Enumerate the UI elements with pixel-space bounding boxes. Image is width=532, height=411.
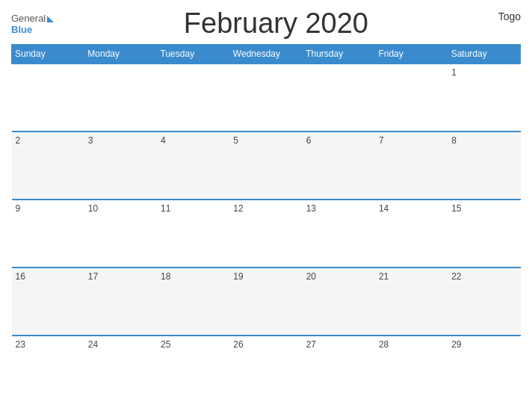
logo-blue-text: Blue	[11, 24, 32, 35]
week-row-1: 1	[12, 64, 521, 132]
day-number: 25	[161, 339, 226, 350]
day-number: 11	[161, 203, 226, 214]
logo-general-text: General	[11, 13, 46, 24]
day-cell: 11	[157, 200, 229, 268]
day-cell: 8	[448, 132, 520, 200]
day-number: 5	[233, 135, 298, 146]
day-cell	[375, 64, 448, 132]
day-cell: 22	[448, 268, 520, 336]
day-number: 15	[451, 203, 516, 214]
day-cell: 3	[84, 132, 157, 200]
day-cell	[157, 64, 229, 132]
day-cell: 13	[303, 200, 375, 268]
day-number: 1	[451, 67, 516, 78]
day-number: 3	[88, 135, 153, 146]
header-wednesday: Wednesday	[229, 45, 302, 64]
day-number: 21	[379, 271, 444, 282]
day-cell	[12, 64, 84, 132]
day-cell: 12	[229, 200, 302, 268]
day-number: 26	[233, 339, 298, 350]
day-number: 16	[16, 271, 81, 282]
day-cell: 29	[448, 336, 520, 404]
day-cell: 6	[303, 132, 375, 200]
header-monday: Monday	[84, 45, 157, 64]
day-number: 7	[379, 135, 444, 146]
day-number: 24	[88, 339, 153, 350]
day-cell: 7	[375, 132, 448, 200]
header-thursday: Thursday	[303, 45, 375, 64]
day-cell: 24	[84, 336, 157, 404]
day-cell	[229, 64, 302, 132]
day-number: 27	[306, 339, 371, 350]
day-number: 19	[233, 271, 298, 282]
day-cell: 5	[229, 132, 302, 200]
day-number: 6	[306, 135, 371, 146]
day-cell: 26	[229, 336, 302, 404]
day-number: 20	[306, 271, 371, 282]
header-tuesday: Tuesday	[157, 45, 229, 64]
calendar-header: General Blue February 2020 Togo	[11, 7, 521, 40]
logo-triangle-icon	[47, 16, 54, 22]
day-cell: 20	[303, 268, 375, 336]
day-number: 13	[306, 203, 371, 214]
day-cell: 18	[157, 268, 229, 336]
header-sunday: Sunday	[12, 45, 84, 64]
day-number: 12	[233, 203, 298, 214]
day-number: 18	[161, 271, 226, 282]
day-cell: 1	[448, 64, 520, 132]
day-number: 10	[88, 203, 153, 214]
day-number: 2	[16, 135, 81, 146]
day-number: 8	[451, 135, 516, 146]
day-number: 4	[161, 135, 226, 146]
header-friday: Friday	[375, 45, 448, 64]
day-number: 23	[16, 339, 81, 350]
day-cell: 16	[12, 268, 84, 336]
day-cell	[303, 64, 375, 132]
day-cell: 9	[12, 200, 84, 268]
day-cell: 15	[448, 200, 520, 268]
day-number: 29	[451, 339, 516, 350]
weekday-header-row: Sunday Monday Tuesday Wednesday Thursday…	[12, 45, 521, 64]
day-number: 28	[379, 339, 444, 350]
day-cell: 17	[84, 268, 157, 336]
day-number: 9	[16, 203, 81, 214]
logo: General Blue	[11, 13, 54, 35]
calendar-container: General Blue February 2020 Togo Sunday M…	[0, 0, 532, 411]
week-row-3: 9101112131415	[12, 200, 521, 268]
day-number: 14	[379, 203, 444, 214]
week-row-5: 23242526272829	[12, 336, 521, 404]
day-cell: 19	[229, 268, 302, 336]
country-label: Togo	[498, 10, 521, 22]
day-number: 17	[88, 271, 153, 282]
day-cell: 2	[12, 132, 84, 200]
day-number: 22	[451, 271, 516, 282]
day-cell: 10	[84, 200, 157, 268]
day-cell: 23	[12, 336, 84, 404]
week-row-2: 2345678	[12, 132, 521, 200]
day-cell: 28	[375, 336, 448, 404]
day-cell: 14	[375, 200, 448, 268]
day-cell: 4	[157, 132, 229, 200]
month-title: February 2020	[54, 7, 498, 40]
day-cell	[84, 64, 157, 132]
week-row-4: 16171819202122	[12, 268, 521, 336]
day-cell: 25	[157, 336, 229, 404]
day-cell: 21	[375, 268, 448, 336]
day-cell: 27	[303, 336, 375, 404]
calendar-table: Sunday Monday Tuesday Wednesday Thursday…	[11, 44, 521, 404]
header-saturday: Saturday	[448, 45, 520, 64]
